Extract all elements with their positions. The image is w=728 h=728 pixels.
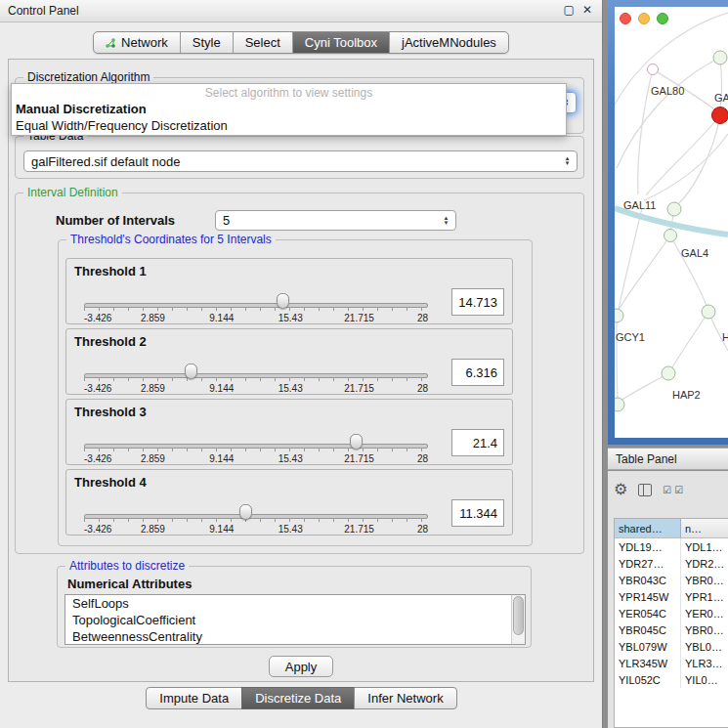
tab-label: Select: [245, 35, 280, 50]
tick-label: 9.144: [209, 524, 234, 535]
list-scrollbar[interactable]: [511, 595, 525, 644]
apply-button[interactable]: Apply: [269, 656, 333, 677]
network-node-pink[interactable]: [648, 64, 659, 75]
zoom-traffic-light[interactable]: [657, 13, 668, 24]
cell-name[interactable]: YIL0…: [681, 671, 728, 688]
table-panel-title: Table Panel: [608, 449, 677, 466]
threshold-2-value-field[interactable]: 6.316: [451, 359, 504, 386]
threshold-2-slider[interactable]: -3.426 2.859 9.144 15.43 21.715 28: [84, 364, 428, 394]
stepper-down-icon: ▼: [444, 221, 450, 226]
threshold-3-value-field[interactable]: 21.4: [451, 429, 504, 456]
cell-shared-name[interactable]: YIL052C: [615, 671, 681, 688]
table-row[interactable]: YIL052C YIL0…: [615, 671, 728, 688]
tick-label: -3.426: [84, 453, 111, 464]
checkbox-icon: ☑: [674, 485, 684, 495]
tick-label: 9.144: [209, 453, 234, 464]
tab-select[interactable]: Select: [234, 32, 293, 53]
threshold-2-label: Threshold 2: [74, 334, 147, 349]
tab-label: Cyni Toolbox: [305, 35, 377, 50]
table-row[interactable]: YPR145W YPR1…: [615, 588, 728, 605]
cell-shared-name[interactable]: YLR345W: [615, 655, 681, 671]
tab-discretize-data[interactable]: Discretize Data: [241, 687, 355, 709]
cell-shared-name[interactable]: YPR145W: [615, 588, 681, 605]
slider-thumb[interactable]: [277, 293, 289, 309]
tick-label: 21.715: [344, 383, 374, 394]
cell-name[interactable]: YLR3…: [681, 655, 728, 671]
close-traffic-light[interactable]: [620, 13, 631, 24]
tick-label: 15.43: [278, 524, 303, 535]
node-table: shared… n… YDL19… YDL1… YDR27… YDR2… YBR…: [614, 518, 728, 728]
table-toolbar: ⚙ ☑ ☑: [614, 479, 684, 500]
network-node[interactable]: [615, 309, 623, 322]
numerical-attributes-list: SelfLoops TopologicalCoefficient Between…: [64, 594, 526, 645]
list-item-topologicalcoefficient[interactable]: TopologicalCoefficient: [65, 612, 525, 628]
gear-icon[interactable]: ⚙: [614, 482, 627, 497]
minimize-traffic-light[interactable]: [638, 13, 650, 24]
cell-shared-name[interactable]: YBR045C: [615, 621, 681, 638]
list-item-betweennesscentrality[interactable]: BetweennessCentrality: [65, 628, 525, 645]
tab-network[interactable]: Network: [94, 32, 181, 53]
slider-ticks: [84, 518, 428, 522]
combo-arrows-icon: ▲ ▼: [439, 216, 455, 226]
threshold-1-label: Threshold 1: [74, 264, 147, 278]
table-row[interactable]: YER054C YER0…: [615, 605, 728, 621]
table-row[interactable]: YBR045C YBR0…: [615, 621, 728, 638]
cell-name[interactable]: YBR0…: [681, 572, 728, 588]
network-node[interactable]: [713, 51, 727, 64]
tab-style[interactable]: Style: [181, 32, 234, 53]
table-header-row: shared… n…: [615, 519, 728, 538]
threshold-1-value-field[interactable]: 14.713: [451, 288, 504, 316]
slider-thumb[interactable]: [185, 364, 197, 379]
attributes-group: Attributes to discretize Numerical Attri…: [57, 566, 532, 648]
columns-icon[interactable]: [638, 484, 652, 496]
threshold-3-slider[interactable]: -3.426 2.859 9.144 15.43 21.715 28: [84, 435, 428, 464]
control-panel-window: Control Panel ▢ ✕ Network Style: [0, 0, 603, 728]
cyni-toolbox-panel: Discretization Algorithm ▲ ▼ Select algo…: [8, 59, 594, 682]
thresholds-group: Threshold's Coordinates for 5 Intervals …: [58, 239, 533, 546]
tab-impute-data[interactable]: Impute Data: [146, 687, 242, 709]
threshold-4-slider[interactable]: -3.426 2.859 9.144 15.43 21.715 28: [84, 505, 428, 535]
popup-option-manual-discretization[interactable]: Manual Discretization: [12, 101, 566, 117]
column-header-shared-name[interactable]: shared…: [615, 519, 681, 537]
cell-shared-name[interactable]: YDR27…: [615, 555, 681, 572]
table-row[interactable]: YDL19… YDL1…: [615, 538, 728, 555]
num-intervals-combobox[interactable]: 5 ▲ ▼: [215, 210, 456, 231]
table-row[interactable]: YDR27… YDR2…: [615, 555, 728, 572]
network-node[interactable]: [662, 366, 675, 380]
network-node[interactable]: [664, 230, 677, 242]
threshold-4-value-field[interactable]: 11.344: [451, 499, 504, 527]
threshold-1-slider[interactable]: -3.426 2.859 9.144 15.43 21.715 28: [84, 294, 428, 323]
popup-option-equal-width-frequency[interactable]: Equal Width/Frequency Discretization: [12, 117, 566, 134]
cell-shared-name[interactable]: YER054C: [615, 605, 681, 621]
threshold-1-panel: Threshold 1 -3.426 2.859 9.144 15.43 21.…: [65, 258, 513, 324]
network-node[interactable]: [702, 305, 715, 319]
tab-infer-network[interactable]: Infer Network: [354, 687, 456, 709]
cell-shared-name[interactable]: YBR043C: [615, 572, 681, 588]
select-all-icon[interactable]: ☑ ☑: [663, 485, 684, 495]
list-item-selfloops[interactable]: SelfLoops: [65, 595, 525, 612]
table-row[interactable]: YBR043C YBR0…: [615, 572, 728, 588]
table-row[interactable]: YBL079W YBL0…: [615, 638, 728, 655]
cell-shared-name[interactable]: YDL19…: [615, 538, 681, 555]
network-node[interactable]: [615, 398, 624, 411]
network-node[interactable]: [667, 202, 681, 216]
cell-name[interactable]: YDR2…: [681, 555, 728, 572]
scrollbar-thumb[interactable]: [513, 596, 524, 635]
cell-name[interactable]: YBR0…: [681, 621, 728, 638]
tab-jactivemnodules[interactable]: jActiveMNodules: [390, 32, 508, 53]
cell-name[interactable]: YDL1…: [681, 538, 728, 555]
cell-name[interactable]: YBL0…: [681, 638, 728, 655]
close-window-icon[interactable]: ✕: [582, 3, 592, 17]
table-row[interactable]: YLR345W YLR3…: [615, 655, 728, 671]
tab-cyni-toolbox[interactable]: Cyni Toolbox: [293, 32, 390, 53]
red-node[interactable]: [712, 107, 728, 124]
cell-name[interactable]: YER0…: [681, 605, 728, 621]
slider-thumb[interactable]: [350, 434, 363, 450]
float-window-icon[interactable]: ▢: [564, 3, 575, 17]
cell-shared-name[interactable]: YBL079W: [615, 638, 681, 655]
network-canvas[interactable]: GAL80 GA GAL11 GAL4 GCY1 H HAP2: [615, 7, 728, 438]
column-header-name[interactable]: n…: [681, 519, 728, 537]
slider-thumb[interactable]: [239, 504, 252, 520]
cell-name[interactable]: YPR1…: [681, 588, 728, 605]
table-data-combobox[interactable]: galFiltered.sif default node ▲ ▼: [23, 150, 578, 172]
